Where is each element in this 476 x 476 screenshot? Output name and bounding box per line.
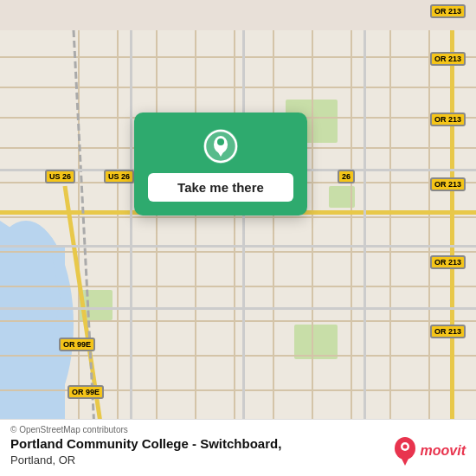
svg-rect-6: [294, 325, 338, 359]
svg-rect-9: [0, 87, 476, 88]
moovit-pin-icon: [393, 436, 417, 466]
svg-rect-27: [351, 30, 352, 446]
or213-badge-3: OR 213: [430, 113, 466, 126]
location-name: Portland Community College - Switchboard…: [10, 436, 281, 451]
us26-badge-3: 26: [338, 170, 355, 183]
map-background: [0, 0, 476, 476]
location-pin-icon: [203, 128, 239, 164]
take-me-there-button[interactable]: Take me there: [148, 173, 293, 202]
svg-rect-37: [130, 30, 132, 446]
svg-rect-8: [0, 56, 476, 58]
or99e-badge-1: OR 99E: [59, 338, 95, 351]
us26-badge-2: US 26: [104, 170, 134, 183]
or213-badge-4: OR 213: [430, 177, 466, 191]
svg-rect-31: [450, 30, 454, 446]
moovit-logo-text: moovit: [421, 443, 466, 459]
svg-rect-14: [0, 251, 476, 253]
svg-rect-15: [0, 286, 476, 287]
svg-rect-16: [0, 320, 476, 322]
map-attribution: © OpenStreetMap contributors: [10, 425, 466, 434]
bottom-panel: © OpenStreetMap contributors Portland Co…: [0, 419, 476, 476]
svg-marker-48: [400, 455, 410, 466]
us26-badge-1: US 26: [45, 170, 75, 183]
svg-rect-23: [195, 30, 196, 446]
svg-rect-39: [363, 30, 366, 446]
svg-rect-21: [117, 30, 119, 446]
svg-rect-38: [242, 30, 245, 446]
svg-rect-35: [0, 245, 476, 248]
svg-rect-20: [78, 30, 80, 446]
svg-rect-22: [156, 30, 158, 446]
svg-point-43: [217, 138, 224, 145]
svg-rect-29: [428, 30, 430, 446]
or213-badge-5: OR 213: [430, 255, 466, 269]
action-card: Take me there: [134, 113, 307, 215]
svg-rect-36: [0, 307, 476, 310]
or99e-badge-2: OR 99E: [68, 385, 104, 399]
svg-point-47: [402, 445, 407, 449]
or213-badge-2: OR 213: [430, 52, 466, 66]
svg-rect-17: [0, 355, 476, 357]
svg-rect-28: [389, 30, 391, 446]
svg-rect-24: [234, 30, 235, 446]
moovit-logo: moovit: [393, 436, 466, 466]
svg-rect-25: [273, 30, 274, 446]
or213-badge-1: OR 213: [430, 4, 466, 18]
map-container: US 26 US 26 26 OR 213 OR 213 OR 213 OR 2…: [0, 0, 476, 476]
or213-badge-6: OR 213: [430, 325, 466, 338]
svg-rect-26: [312, 30, 313, 446]
location-city: Portland, OR: [10, 453, 75, 466]
